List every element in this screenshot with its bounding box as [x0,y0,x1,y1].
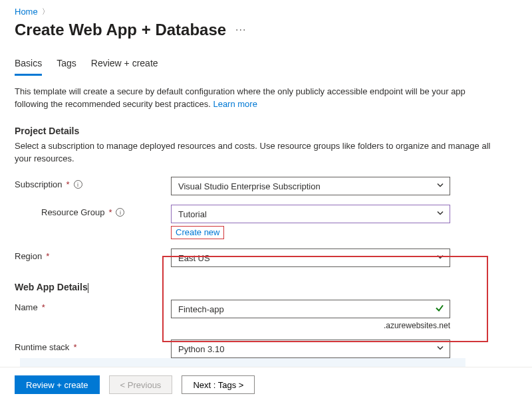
label-name: Name [15,302,38,312]
tab-basics[interactable]: Basics [15,58,42,76]
intro-text: This template will create a secure by de… [15,86,493,111]
region-select[interactable]: East US [171,249,450,267]
required-icon: * [73,342,76,352]
required-icon: * [46,251,49,261]
tab-tags[interactable]: Tags [57,58,76,76]
info-icon[interactable]: i [74,180,82,189]
section-project-details: Project Details [15,126,517,136]
page-title: Create Web App + Database [15,21,226,39]
required-icon: * [108,207,112,217]
previous-button: < Previous [109,375,173,394]
learn-more-link[interactable]: Learn more [213,99,257,109]
review-create-button[interactable]: Review + create [15,375,100,394]
required-icon: * [42,302,45,312]
chevron-down-icon [436,253,444,263]
chevron-down-icon [436,344,444,354]
label-region: Region [15,251,42,261]
chevron-right-icon: 〉 [42,7,49,17]
footer-actions: Review + create < Previous Next : Tags > [0,367,532,402]
name-input[interactable]: Fintech-app [171,300,450,318]
resource-group-select[interactable]: Tutorial [171,205,450,223]
label-subscription: Subscription [15,179,63,189]
section-web-app-details: Web App Details [15,282,517,293]
check-icon [435,304,444,315]
label-resource-group: Resource Group [41,207,104,217]
create-new-link[interactable]: Create new [176,227,219,237]
subscription-select[interactable]: Visual Studio Enterprise Subscription [171,177,450,195]
chevron-down-icon [436,209,444,219]
domain-suffix: .azurewebsites.net [171,321,450,330]
tab-review[interactable]: Review + create [91,58,158,76]
next-button[interactable]: Next : Tags > [182,375,255,394]
info-strip [20,358,466,367]
label-runtime: Runtime stack [15,342,69,352]
more-actions-button[interactable]: ··· [235,24,246,36]
chevron-down-icon [436,181,444,191]
required-icon: * [66,179,70,189]
info-icon[interactable]: i [116,208,124,217]
breadcrumb: Home 〉 [15,5,517,17]
runtime-select[interactable]: Python 3.10 [171,340,450,358]
project-details-desc: Select a subscription to manage deployed… [15,140,493,165]
tabs: Basics Tags Review + create [15,58,517,76]
breadcrumb-home[interactable]: Home [15,7,38,17]
